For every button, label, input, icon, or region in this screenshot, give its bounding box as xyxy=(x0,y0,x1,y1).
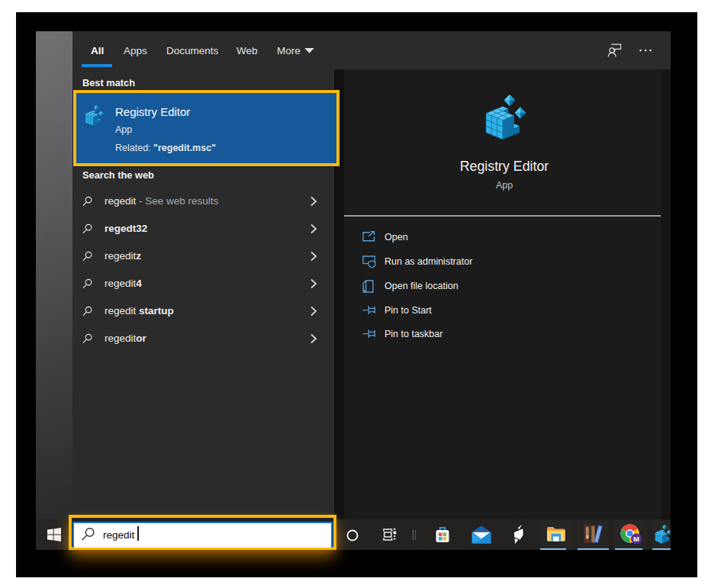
svg-text:M: M xyxy=(633,535,639,543)
